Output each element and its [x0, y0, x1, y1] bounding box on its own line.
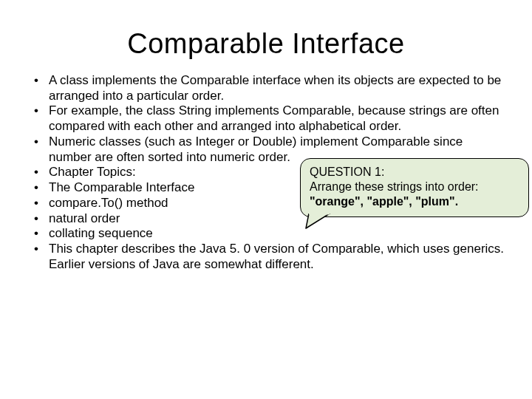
page-title: Comparable Interface	[0, 28, 532, 60]
slide: Comparable Interface A class implements …	[0, 28, 532, 399]
list-item: collating sequence	[27, 226, 505, 242]
callout-strings: "orange", "apple", "plum".	[310, 195, 458, 208]
list-item: This chapter describes the Java 5. 0 ver…	[27, 242, 505, 272]
callout-heading: QUESTION 1:	[310, 165, 519, 180]
list-item: For example, the class String implements…	[27, 103, 505, 134]
question-callout: QUESTION 1: Arrange these strings into o…	[300, 158, 529, 217]
content-area: A class implements the Comparable interf…	[27, 73, 505, 273]
list-item: A class implements the Comparable interf…	[27, 73, 505, 103]
callout-line: Arrange these strings into order:	[310, 180, 519, 194]
callout-line: "orange", "apple", "plum".	[310, 194, 519, 209]
callout-box: QUESTION 1: Arrange these strings into o…	[300, 158, 529, 217]
